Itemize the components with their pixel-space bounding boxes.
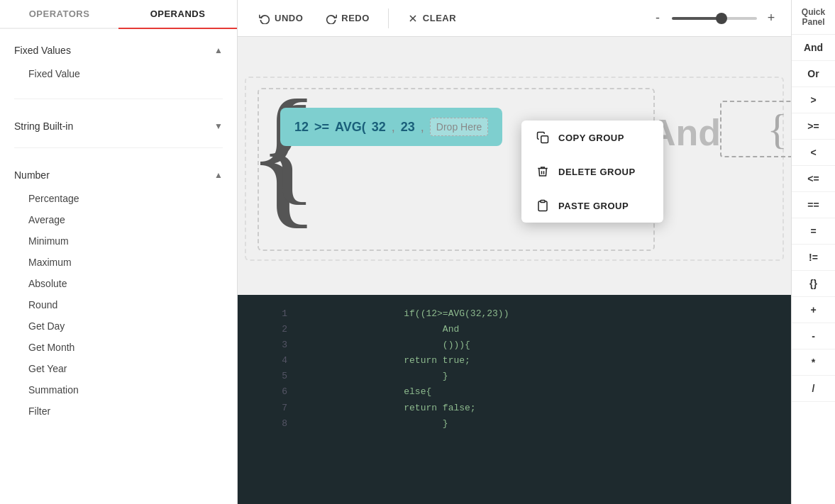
code-line-7: 7 return false; (273, 401, 780, 416)
section-fixed-values-label: Fixed Values (14, 45, 71, 56)
code-line-1: 1 if((12>=AVG(32,23)) (273, 306, 780, 322)
quick-panel: QuickPanel And Or > >= < <= == = != {} +… (791, 0, 835, 504)
sidebar-item-round[interactable]: Round (26, 294, 223, 315)
sidebar-item-fixed-value[interactable]: Fixed Value (26, 63, 223, 84)
expr-comma1: , (392, 120, 395, 135)
quick-panel-plus[interactable]: + (792, 297, 835, 323)
sidebar-item-filter[interactable]: Filter (26, 401, 223, 422)
section-number-label: Number (14, 169, 50, 181)
expr-function: AVG( (335, 120, 366, 135)
code-line-3: 3 ())){ (273, 337, 780, 353)
svg-rect-2 (541, 136, 548, 143)
line-num-2: 2 (273, 322, 287, 337)
clear-label: CLEAR (423, 13, 456, 23)
section-fixed-values: Fixed Values ▲ Fixed Value (0, 29, 237, 93)
toolbar-separator (388, 9, 389, 28)
context-menu: COPY GROUP DELETE GROUP (521, 121, 663, 223)
quick-panel-div[interactable]: / (792, 376, 835, 402)
expr-arg1: 32 (372, 120, 386, 135)
expression-block[interactable]: 12 >= AVG( 32 , 23 , Drop Here (280, 108, 502, 146)
quick-panel-lt[interactable]: < (792, 140, 835, 166)
code-text-3: ())){ (299, 337, 470, 353)
code-line-2: 2 And (273, 322, 780, 337)
code-text-1: if((12>=AVG(32,23)) (299, 306, 509, 322)
sidebar-item-get-month[interactable]: Get Month (26, 337, 223, 358)
section-number-header[interactable]: Number ▲ (14, 165, 223, 185)
code-line-4: 4 return true; (273, 353, 780, 369)
zoom-in-button[interactable]: + (763, 10, 780, 27)
expr-comma2: , (421, 120, 424, 135)
redo-label: REDO (341, 13, 370, 23)
sidebar-item-get-year[interactable]: Get Year (26, 358, 223, 379)
code-text-4: return true; (299, 353, 470, 369)
sidebar-item-percentage[interactable]: Percentage (26, 188, 223, 209)
sidebar-item-summation[interactable]: Summation (26, 379, 223, 401)
quick-panel-gte[interactable]: >= (792, 113, 835, 140)
code-editor[interactable]: 1 if((12>=AVG(32,23)) 2 And 3 ())){ 4 (238, 295, 791, 504)
tab-operators[interactable]: OPERATORS (0, 0, 118, 28)
expr-number: 12 (294, 120, 309, 135)
clear-button[interactable]: CLEAR (397, 7, 466, 30)
quick-panel-obj[interactable]: {} (792, 271, 835, 297)
second-group-border: { Dro (720, 101, 791, 157)
redo-icon (326, 13, 337, 24)
line-num-7: 7 (273, 401, 287, 416)
sidebar-item-average[interactable]: Average (26, 209, 223, 230)
undo-button[interactable]: UNDO (249, 7, 313, 30)
context-menu-delete-group[interactable]: DELETE GROUP (521, 155, 663, 189)
sidebar-item-minimum[interactable]: Minimum (26, 230, 223, 252)
zoom-slider[interactable] (672, 17, 757, 20)
zoom-out-button[interactable]: - (649, 10, 666, 27)
section-string-builtin-header[interactable]: String Built-in ▼ (14, 116, 223, 136)
expr-operator: >= (314, 120, 329, 135)
tab-operands[interactable]: OPERANDS (118, 0, 237, 29)
code-text-6: else{ (299, 384, 431, 400)
code-text-8: } (299, 416, 448, 432)
paste-icon (536, 198, 550, 213)
quick-panel-mult[interactable]: * (792, 349, 835, 376)
context-menu-paste-group[interactable]: PASTE GROUP (521, 189, 663, 223)
undo-label: UNDO (275, 13, 303, 23)
quick-panel-title: QuickPanel (792, 0, 835, 35)
sidebar-item-get-day[interactable]: Get Day (26, 315, 223, 337)
curly-brace-second-left: { (767, 105, 787, 154)
divider-2 (14, 147, 223, 148)
quick-panel-neq[interactable]: != (792, 245, 835, 271)
line-num-4: 4 (273, 353, 287, 369)
zoom-control: - + (649, 10, 780, 27)
chevron-down-icon-string: ▼ (214, 121, 223, 131)
quick-panel-eq2[interactable]: == (792, 192, 835, 218)
clear-icon (407, 13, 419, 24)
sidebar-item-absolute[interactable]: Absolute (26, 273, 223, 294)
quick-panel-eq1[interactable]: = (792, 218, 835, 245)
sidebar-item-maximum[interactable]: Maximum (26, 252, 223, 273)
builder-canvas: { { 12 >= AVG( 32 , 23 , Drop Here (238, 37, 791, 299)
section-fixed-values-header[interactable]: Fixed Values ▲ (14, 40, 223, 60)
canvas-area: { { 12 >= AVG( 32 , 23 , Drop Here (238, 37, 791, 504)
line-num-1: 1 (273, 306, 287, 322)
chevron-up-icon: ▲ (214, 45, 223, 55)
quick-panel-and[interactable]: And (792, 35, 835, 61)
code-text-7: return false; (299, 401, 476, 416)
divider-1 (14, 99, 223, 99)
code-line-6: 6 else{ (273, 384, 780, 400)
code-text-5: } (299, 369, 448, 384)
second-group-drop-label[interactable]: Dro (787, 121, 791, 138)
redo-button[interactable]: REDO (316, 7, 380, 30)
section-string-builtin: String Built-in ▼ (0, 105, 237, 142)
curly-brace-inner-left: { (259, 88, 317, 208)
main-area: UNDO REDO CLEAR - + { (238, 0, 791, 504)
quick-panel-gt[interactable]: > (792, 87, 835, 113)
quick-panel-minus[interactable]: - (792, 323, 835, 349)
toolbar: UNDO REDO CLEAR - + (238, 0, 791, 37)
section-number-items: Percentage Average Minimum Maximum Absol… (14, 185, 223, 425)
trash-icon (536, 164, 550, 179)
quick-panel-lte[interactable]: <= (792, 166, 835, 192)
quick-panel-or[interactable]: Or (792, 61, 835, 87)
copy-group-label: COPY GROUP (558, 133, 624, 143)
context-menu-copy-group[interactable]: COPY GROUP (521, 121, 663, 155)
section-fixed-values-items: Fixed Value (14, 60, 223, 87)
expr-drop-zone[interactable]: Drop Here (430, 118, 489, 136)
line-num-3: 3 (273, 337, 287, 353)
section-string-builtin-label: String Built-in (14, 121, 73, 132)
